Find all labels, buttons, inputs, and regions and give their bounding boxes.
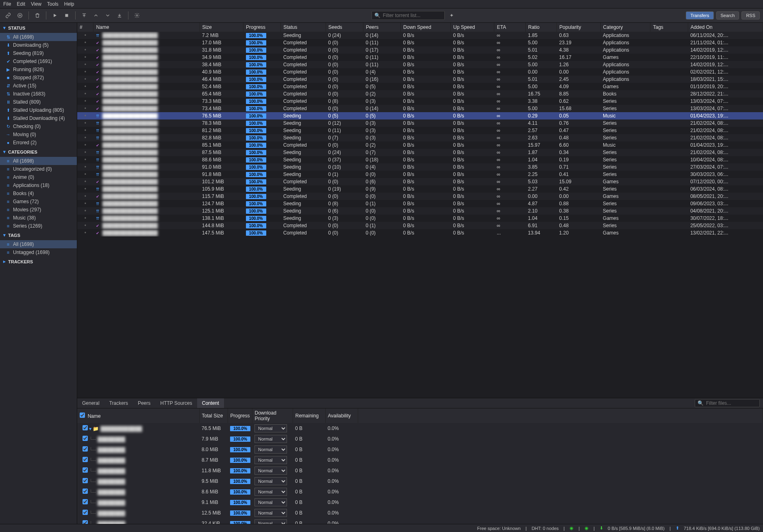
settings-button[interactable] — [132, 11, 142, 20]
sidebar-item[interactable]: ≡Movies (297) — [0, 206, 77, 214]
col-progress[interactable]: Progress — [243, 23, 281, 32]
torrent-row[interactable]: •✔████████████████46.4 MiB100.0%Complete… — [77, 76, 763, 83]
torrent-row[interactable]: •⇈████████████████76.5 MiB100.0%Seeding0… — [77, 112, 763, 119]
sidebar-item[interactable]: ▶Running (826) — [0, 65, 77, 74]
torrent-row[interactable]: •✔████████████████85.1 MiB100.0%Complete… — [77, 141, 763, 149]
priority-select[interactable]: Normal — [254, 498, 287, 506]
col-category[interactable]: Category — [600, 23, 650, 32]
sidebar-item[interactable]: ⬇Downloading (5) — [0, 41, 77, 49]
sidebar-item[interactable]: ≡Books (4) — [0, 189, 77, 198]
file-row[interactable]: └─████████11.8 MiB100.0%Normal0 B0.0% — [77, 465, 763, 476]
priority-select[interactable]: Normal — [254, 435, 287, 443]
col-up-speed[interactable]: Up Speed — [450, 23, 494, 32]
sidebar-item[interactable]: ⇅All (1698) — [0, 33, 77, 41]
file-table-wrapper[interactable]: Name Total Size Progress Download Priori… — [77, 408, 763, 524]
file-row[interactable]: └─████████7.9 MiB100.0%Normal0 B0.0% — [77, 434, 763, 444]
menu-view[interactable]: View — [31, 1, 41, 7]
torrent-row[interactable]: •⇈████████████████91.8 MiB100.0%Seeding0… — [77, 171, 763, 178]
priority-select[interactable]: Normal — [254, 424, 287, 432]
tab-http-sources[interactable]: HTTP Sources — [155, 398, 197, 408]
sidebar-item[interactable]: ≡Uncategorized (0) — [0, 165, 77, 173]
file-filter-input[interactable] — [706, 400, 763, 406]
start-button[interactable] — [50, 11, 60, 20]
torrent-row[interactable]: •✔████████████████147.5 MiB100.0%Complet… — [77, 229, 763, 237]
col-down-speed[interactable]: Down Speed — [401, 23, 451, 32]
sidebar-item[interactable]: ✔Completed (1691) — [0, 57, 77, 65]
move-bottom-button[interactable] — [115, 11, 124, 20]
torrent-row[interactable]: •⇈████████████████88.6 MiB100.0%Seeding0… — [77, 156, 763, 163]
sidebar-item[interactable]: ⬆Seeding (819) — [0, 49, 77, 57]
sidebar-item[interactable]: ■Stopped (872) — [0, 74, 77, 82]
torrent-row[interactable]: •⇈████████████████91.0 MiB100.0%Seeding0… — [77, 163, 763, 171]
file-col-remaining[interactable]: Remaining — [293, 408, 325, 423]
file-checkbox[interactable] — [83, 436, 88, 441]
col-eta[interactable]: ETA — [494, 23, 526, 32]
move-up-button[interactable] — [91, 11, 101, 20]
file-select-all[interactable] — [80, 413, 85, 418]
file-checkbox[interactable] — [83, 520, 88, 524]
file-row[interactable]: └─████████9.5 MiB100.0%Normal0 B0.0% — [77, 476, 763, 486]
sidebar-item[interactable]: ⇅Inactive (1683) — [0, 90, 77, 98]
filter-torrents-input[interactable] — [383, 13, 444, 18]
tab-trackers[interactable]: Trackers — [104, 398, 133, 408]
torrent-table-wrapper[interactable]: # Name Size Progress Status Seeds Peers … — [77, 23, 763, 398]
priority-select[interactable]: Normal — [254, 467, 287, 475]
sidebar-item[interactable]: ⇵Active (15) — [0, 82, 77, 90]
menu-help[interactable]: Help — [64, 1, 74, 7]
file-row[interactable]: └─████████12.5 MiB100.0%Normal0 B0.0% — [77, 508, 763, 518]
tab-transfers[interactable]: Transfers — [686, 11, 713, 20]
torrent-row[interactable]: •⇈████████████████78.3 MiB100.0%Seeding0… — [77, 119, 763, 127]
file-checkbox[interactable] — [83, 446, 88, 452]
col-name[interactable]: Name — [93, 23, 200, 32]
torrent-row[interactable]: •✔████████████████115.7 MiB100.0%Complet… — [77, 193, 763, 200]
torrent-row[interactable]: •✔████████████████17.0 MiB100.0%Complete… — [77, 39, 763, 46]
torrent-row[interactable]: •✔████████████████101.2 MiB100.0%Complet… — [77, 178, 763, 185]
priority-select[interactable]: Normal — [254, 509, 287, 517]
priority-select[interactable]: Normal — [254, 519, 287, 524]
torrent-row[interactable]: •✔████████████████144.8 MiB100.0%Complet… — [77, 222, 763, 229]
file-row[interactable]: ▾ 📁████████████76.5 MiB100.0%Normal0 B0.… — [77, 423, 763, 434]
col-size[interactable]: Size — [200, 23, 243, 32]
torrent-row[interactable]: •✔████████████████38.4 MiB100.0%Complete… — [77, 61, 763, 68]
sidebar-item[interactable]: ≡Music (38) — [0, 214, 77, 222]
file-checkbox[interactable] — [83, 457, 88, 462]
file-col-progress[interactable]: Progress — [228, 408, 252, 423]
status-download[interactable]: ⬇ 0 B/s [585.9 MiB/s] (8.0 MiB) — [600, 525, 665, 531]
torrent-row[interactable]: •✔████████████████40.9 MiB100.0%Complete… — [77, 68, 763, 76]
connection-status-icon[interactable]: ◉ — [570, 525, 574, 531]
move-top-button[interactable] — [79, 11, 89, 20]
sidebar-item[interactable]: ⬇Stalled Downloading (4) — [0, 114, 77, 122]
torrent-row[interactable]: •⇈████████████████87.5 MiB100.0%Seeding0… — [77, 149, 763, 156]
priority-select[interactable]: Normal — [254, 477, 287, 485]
file-checkbox[interactable] — [83, 478, 88, 483]
torrent-row[interactable]: •⇈████████████████125.1 MiB100.0%Seeding… — [77, 207, 763, 215]
file-row[interactable]: └─████████8.7 MiB100.0%Normal0 B0.0% — [77, 455, 763, 465]
tab-rss[interactable]: RSS — [741, 11, 760, 20]
file-checkbox[interactable] — [83, 489, 88, 494]
torrent-row[interactable]: •⇈████████████████82.8 MiB100.0%Seeding0… — [77, 134, 763, 141]
col-peers[interactable]: Peers — [363, 23, 400, 32]
sidebar-item[interactable]: ≡Series (1269) — [0, 222, 77, 230]
add-file-button[interactable] — [15, 11, 25, 20]
sidebar-item[interactable]: ≡Applications (18) — [0, 181, 77, 189]
move-down-button[interactable] — [103, 11, 113, 20]
col-popularity[interactable]: Popularity — [557, 23, 601, 32]
sidebar-item[interactable]: ↻Checking (0) — [0, 122, 77, 130]
file-row[interactable]: └─████████8.0 MiB100.0%Normal0 B0.0% — [77, 444, 763, 455]
sidebar-item[interactable]: ≡Untagged (1698) — [0, 248, 77, 256]
menu-edit[interactable]: Edit — [17, 1, 25, 7]
file-checkbox[interactable] — [83, 499, 88, 504]
torrent-row[interactable]: •⇈████████████████105.9 MiB100.0%Seeding… — [77, 185, 763, 193]
sidebar-item[interactable]: ≡Anime (0) — [0, 173, 77, 181]
file-col-name[interactable]: Name — [77, 408, 199, 423]
add-link-button[interactable] — [3, 11, 13, 20]
tab-content[interactable]: Content — [197, 398, 224, 408]
tab-peers[interactable]: Peers — [133, 398, 155, 408]
torrent-row[interactable]: •⇈████████████████124.7 MiB100.0%Seeding… — [77, 200, 763, 207]
col-num[interactable]: # — [77, 23, 93, 32]
tab-search[interactable]: Search — [716, 11, 739, 20]
torrent-row[interactable]: •✔████████████████73.3 MiB100.0%Complete… — [77, 98, 763, 105]
sidebar-item[interactable]: ≡All (1698) — [0, 240, 77, 248]
priority-select[interactable]: Normal — [254, 445, 287, 454]
file-row[interactable]: └─████████32.4 KiB100.0%Normal0 B0.0% — [77, 518, 763, 524]
